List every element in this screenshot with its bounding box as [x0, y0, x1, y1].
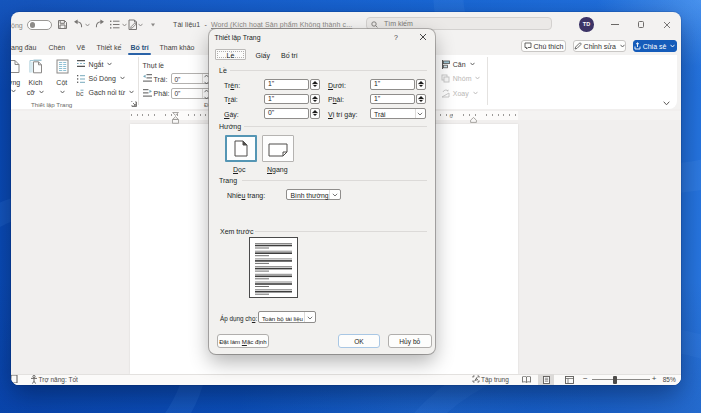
- svg-text:bc: bc: [76, 90, 84, 97]
